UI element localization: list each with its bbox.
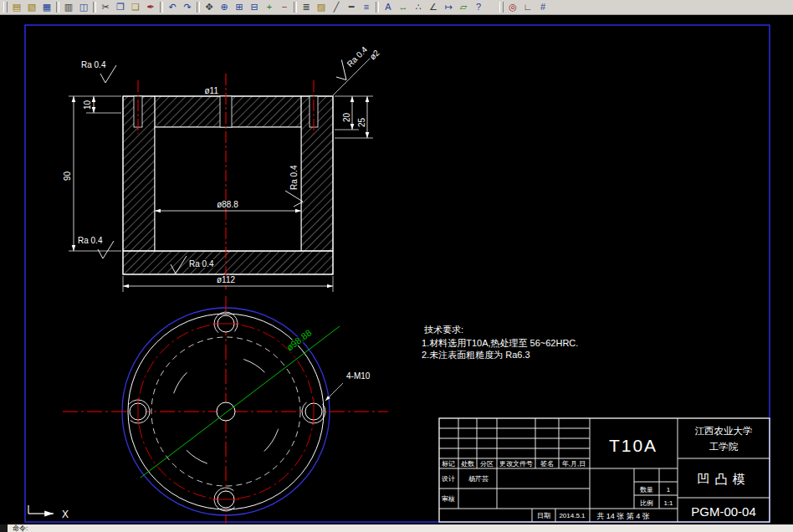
- col-change: 更改文件号: [499, 460, 533, 468]
- command-line-grip: [0, 524, 8, 532]
- lineweight-icon[interactable]: ━: [344, 1, 359, 13]
- distance-icon[interactable]: ↦: [441, 1, 456, 13]
- toolbar-separator: [56, 2, 59, 13]
- layer-color-icon[interactable]: ▨: [314, 1, 329, 13]
- material-spec: T10A: [609, 436, 657, 455]
- tech-notes: 技术要求: 1.材料选用T10A,热处理至 56~62HRC. 2.未注表面粗糙…: [422, 325, 578, 360]
- save-icon[interactable]: ▦: [39, 1, 54, 13]
- col-mark: 标记: [442, 460, 455, 468]
- match-properties-icon[interactable]: ✒: [143, 1, 158, 13]
- qty-label: 数量: [640, 486, 653, 494]
- dim-dia112: ø112: [217, 275, 235, 284]
- drawing-number: PGM-00-04: [691, 504, 756, 519]
- drawing-canvas[interactable]: 10 90 ø112 ø88.8 ø11 20 25 Ra 0.4 Ra 0.4…: [0, 15, 793, 524]
- scale-label: 比例: [640, 499, 653, 507]
- ra-inner-right: Ra 0.4: [289, 165, 299, 190]
- dim-dia2: ø2: [368, 48, 381, 61]
- tech-notes-line1: 1.材料选用T10A,热处理至 56~62HRC.: [422, 338, 578, 348]
- org-name-line2: 工学院: [709, 442, 739, 452]
- toolbar-separator: [376, 2, 379, 13]
- point-style-icon[interactable]: ∴: [411, 1, 426, 13]
- tech-notes-title: 技术要求:: [424, 325, 463, 335]
- ra-bottom: Ra 0.4: [189, 259, 214, 269]
- plan-view: ø98.88 4-M10: [63, 296, 388, 524]
- dim-90: 90: [63, 171, 72, 181]
- qty-value: 1: [667, 486, 671, 494]
- date-value: 2014.5.1: [559, 512, 586, 519]
- pan-icon[interactable]: ✥: [202, 1, 217, 13]
- col-zone: 分区: [480, 460, 494, 468]
- col-date: 年,月,日: [562, 460, 586, 468]
- holes-label: 4-M10: [346, 371, 371, 381]
- ortho-icon[interactable]: ∟: [520, 1, 535, 13]
- toolbar-separator: [160, 2, 163, 13]
- paste-icon[interactable]: ❏: [128, 1, 143, 13]
- open-icon[interactable]: ▧: [24, 1, 39, 13]
- linetype-icon[interactable]: ╱: [329, 1, 344, 13]
- layers-icon[interactable]: ≣: [299, 1, 314, 13]
- main-toolbar: ▤ ▧ ▦ ▥ ◫ ✂ ❐ ❏ ✒ ↶ ↷ ✥ ⊕ ⊞ ⊟ + − ≣ ▨ ╱ …: [0, 0, 793, 15]
- section-view: 10 90 ø112 ø88.8 ø11 20 25 Ra 0.4 Ra 0.4…: [63, 42, 381, 292]
- help-icon[interactable]: ?: [471, 1, 486, 13]
- part-name: 凹凸模: [698, 472, 750, 486]
- ra-top-right: Ra 0.4: [345, 44, 370, 69]
- zoom-previous-icon[interactable]: ⊟: [247, 1, 262, 13]
- dim-10: 10: [83, 100, 92, 110]
- redo-icon[interactable]: ↷: [180, 1, 195, 13]
- dim-20: 20: [342, 112, 351, 122]
- ucs-x-label: X: [62, 509, 69, 520]
- toolbar-separator: [93, 2, 96, 13]
- audit-label: 审核: [442, 495, 455, 503]
- col-count: 处数: [461, 460, 474, 468]
- osnap-icon[interactable]: ◎: [505, 1, 520, 13]
- design-label: 设计: [442, 475, 455, 483]
- toolbar-separator: [197, 2, 200, 13]
- ucs-icon: X: [28, 505, 69, 520]
- command-line[interactable]: 命令:: [0, 524, 793, 532]
- toolbar-grip[interactable]: [499, 2, 504, 13]
- scale-value: 1:1: [663, 499, 673, 507]
- copy-icon[interactable]: ❐: [113, 1, 128, 13]
- sheet-info: 共 14 张 第 4 张: [596, 512, 650, 520]
- ra-left-bottom: Ra 0.4: [78, 236, 103, 245]
- toolbar-grip[interactable]: [3, 2, 8, 13]
- zoom-realtime-icon[interactable]: ⊕: [217, 1, 232, 13]
- grid-icon[interactable]: #: [535, 1, 550, 13]
- properties-icon[interactable]: ≡: [359, 1, 374, 13]
- zoom-out-icon[interactable]: −: [277, 1, 292, 13]
- dim-style-icon[interactable]: ↔: [396, 1, 411, 13]
- dim-25: 25: [357, 117, 366, 127]
- undo-icon[interactable]: ↶: [165, 1, 180, 13]
- org-name-line1: 江西农业大学: [695, 426, 753, 436]
- units-icon[interactable]: ∠: [426, 1, 441, 13]
- drawing-area[interactable]: 10 90 ø112 ø88.8 ø11 20 25 Ra 0.4 Ra 0.4…: [0, 15, 793, 524]
- cut-icon[interactable]: ✂: [98, 1, 113, 13]
- toolbar-separator: [294, 2, 297, 13]
- new-icon[interactable]: ▤: [9, 1, 24, 13]
- zoom-window-icon[interactable]: ⊞: [232, 1, 247, 13]
- dim-dia88: ø88.8: [217, 200, 238, 209]
- ra-top-left: Ra 0.4: [81, 60, 106, 69]
- print-icon[interactable]: ▥: [61, 1, 76, 13]
- text-style-icon[interactable]: A: [381, 1, 396, 13]
- area-icon[interactable]: ▱: [456, 1, 471, 13]
- zoom-in-icon[interactable]: +: [262, 1, 277, 13]
- designer-name: 杨芹芸: [468, 475, 489, 483]
- print-preview-icon[interactable]: ◫: [76, 1, 91, 13]
- date-label: 日期: [537, 512, 550, 519]
- dim-dia11: ø11: [205, 86, 219, 95]
- col-sign: 签名: [540, 460, 554, 468]
- diameter-dim-line: [141, 326, 340, 478]
- command-prompt: 命令:: [13, 524, 28, 532]
- title-block: 标记 处数 分区 更改文件号 签名 年,月,日 设计 杨芹芸 审核 日期 201…: [439, 418, 770, 522]
- tech-notes-line2: 2.未注表面粗糙度为 Ra6.3: [422, 350, 530, 360]
